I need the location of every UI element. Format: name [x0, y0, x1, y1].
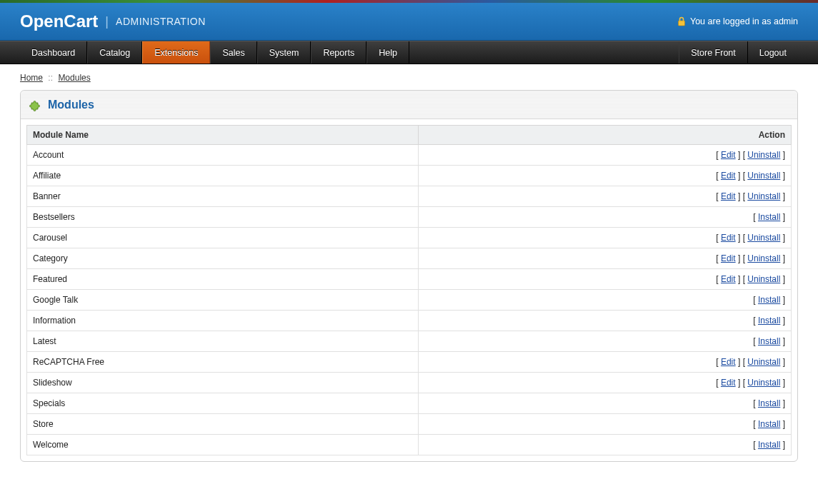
menu-item-extensions[interactable]: Extensions — [142, 41, 210, 64]
table-row: Specials[ Install ] — [27, 393, 792, 414]
table-row: Information[ Install ] — [27, 311, 792, 331]
module-action-cell: [ Edit ] [ Uninstall ] — [419, 145, 792, 166]
uninstall-link[interactable]: Uninstall — [747, 378, 780, 388]
page-title: Modules — [48, 99, 94, 111]
breadcrumb-home[interactable]: Home — [20, 73, 43, 83]
module-action-cell: [ Edit ] [ Uninstall ] — [419, 166, 792, 186]
module-action-cell: [ Install ] — [419, 435, 792, 455]
module-name-cell: Store — [27, 414, 419, 435]
install-link[interactable]: Install — [758, 419, 780, 429]
table-row: Carousel[ Edit ] [ Uninstall ] — [27, 228, 792, 248]
install-link[interactable]: Install — [758, 295, 780, 305]
module-name-cell: Latest — [27, 331, 419, 352]
module-action-cell: [ Install ] — [419, 207, 792, 228]
table-row: Welcome[ Install ] — [27, 435, 792, 455]
module-name-cell: Banner — [27, 186, 419, 207]
module-name-cell: ReCAPTCHA Free — [27, 352, 419, 373]
module-name-cell: Category — [27, 248, 419, 269]
header-bar: OpenCart | ADMINISTRATION You are logged… — [0, 3, 818, 41]
login-status-text: You are logged in as admin — [690, 16, 798, 26]
edit-link[interactable]: Edit — [721, 150, 736, 160]
brand-name: OpenCart — [20, 11, 98, 31]
edit-link[interactable]: Edit — [721, 233, 736, 243]
module-action-cell: [ Install ] — [419, 311, 792, 331]
brand-section: ADMINISTRATION — [116, 16, 206, 27]
breadcrumb: Home :: Modules — [0, 64, 818, 90]
module-name-cell: Account — [27, 145, 419, 166]
module-name-cell: Welcome — [27, 435, 419, 455]
module-name-cell: Bestsellers — [27, 207, 419, 228]
breadcrumb-current[interactable]: Modules — [58, 73, 90, 83]
module-action-cell: [ Edit ] [ Uninstall ] — [419, 269, 792, 290]
puzzle-icon — [29, 99, 42, 111]
edit-link[interactable]: Edit — [721, 274, 736, 284]
edit-link[interactable]: Edit — [721, 191, 736, 201]
module-name-cell: Google Talk — [27, 290, 419, 311]
column-header-name: Module Name — [27, 126, 419, 145]
module-name-cell: Affiliate — [27, 166, 419, 186]
brand-separator: | — [105, 14, 109, 29]
module-name-cell: Featured — [27, 269, 419, 290]
table-row: Featured[ Edit ] [ Uninstall ] — [27, 269, 792, 290]
menu-item-dashboard[interactable]: Dashboard — [20, 41, 87, 64]
table-row: Slideshow[ Edit ] [ Uninstall ] — [27, 373, 792, 393]
module-action-cell: [ Install ] — [419, 414, 792, 435]
table-row: Bestsellers[ Install ] — [27, 207, 792, 228]
module-action-cell: [ Edit ] [ Uninstall ] — [419, 186, 792, 207]
uninstall-link[interactable]: Uninstall — [747, 357, 780, 367]
menu-item-store-front[interactable]: Store Front — [679, 41, 747, 64]
module-action-cell: [ Edit ] [ Uninstall ] — [419, 248, 792, 269]
uninstall-link[interactable]: Uninstall — [747, 171, 780, 181]
module-action-cell: [ Install ] — [419, 331, 792, 352]
module-name-cell: Carousel — [27, 228, 419, 248]
edit-link[interactable]: Edit — [721, 357, 736, 367]
menu-item-reports[interactable]: Reports — [311, 41, 366, 64]
box-header: Modules — [21, 91, 797, 119]
menu-item-logout[interactable]: Logout — [747, 41, 798, 64]
content-box: Modules Module Name Action Account[ Edit… — [20, 90, 798, 462]
module-action-cell: [ Edit ] [ Uninstall ] — [419, 373, 792, 393]
install-link[interactable]: Install — [758, 212, 780, 222]
install-link[interactable]: Install — [758, 336, 780, 346]
uninstall-link[interactable]: Uninstall — [747, 253, 780, 263]
edit-link[interactable]: Edit — [721, 378, 736, 388]
menu-item-catalog[interactable]: Catalog — [87, 41, 142, 64]
column-header-action: Action — [419, 126, 792, 145]
module-name-cell: Slideshow — [27, 373, 419, 393]
module-name-cell: Specials — [27, 393, 419, 414]
lock-icon — [677, 16, 686, 26]
table-row: Google Talk[ Install ] — [27, 290, 792, 311]
table-row: ReCAPTCHA Free[ Edit ] [ Uninstall ] — [27, 352, 792, 373]
table-row: Banner[ Edit ] [ Uninstall ] — [27, 186, 792, 207]
module-name-cell: Information — [27, 311, 419, 331]
table-row: Store[ Install ] — [27, 414, 792, 435]
main-menu: DashboardCatalogExtensionsSalesSystemRep… — [0, 41, 818, 64]
uninstall-link[interactable]: Uninstall — [747, 274, 780, 284]
table-row: Latest[ Install ] — [27, 331, 792, 352]
install-link[interactable]: Install — [758, 316, 780, 326]
menu-item-system[interactable]: System — [257, 41, 311, 64]
box-body: Module Name Action Account[ Edit ] [ Uni… — [21, 119, 797, 461]
breadcrumb-separator: :: — [48, 73, 53, 83]
module-action-cell: [ Edit ] [ Uninstall ] — [419, 228, 792, 248]
uninstall-link[interactable]: Uninstall — [747, 233, 780, 243]
table-row: Account[ Edit ] [ Uninstall ] — [27, 145, 792, 166]
svg-rect-0 — [678, 21, 684, 26]
menu-item-help[interactable]: Help — [366, 41, 409, 64]
module-action-cell: [ Install ] — [419, 290, 792, 311]
install-link[interactable]: Install — [758, 398, 780, 408]
uninstall-link[interactable]: Uninstall — [747, 150, 780, 160]
module-action-cell: [ Edit ] [ Uninstall ] — [419, 352, 792, 373]
menu-item-sales[interactable]: Sales — [210, 41, 256, 64]
table-row: Affiliate[ Edit ] [ Uninstall ] — [27, 166, 792, 186]
table-row: Category[ Edit ] [ Uninstall ] — [27, 248, 792, 269]
module-action-cell: [ Install ] — [419, 393, 792, 414]
install-link[interactable]: Install — [758, 440, 780, 450]
edit-link[interactable]: Edit — [721, 171, 736, 181]
modules-table: Module Name Action Account[ Edit ] [ Uni… — [26, 125, 792, 455]
uninstall-link[interactable]: Uninstall — [747, 191, 780, 201]
edit-link[interactable]: Edit — [721, 253, 736, 263]
login-status: You are logged in as admin — [677, 16, 798, 26]
